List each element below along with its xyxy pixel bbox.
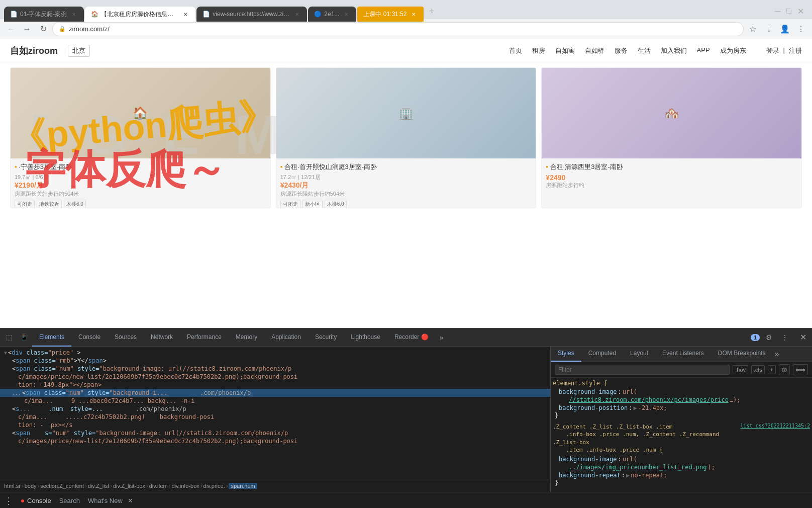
minimize-btn[interactable]: ─ <box>775 7 780 16</box>
nav-ziruyi[interactable]: 自如驿 <box>585 46 604 55</box>
property-price-1: ¥2190/月 <box>15 181 266 190</box>
bottom-dots-menu[interactable]: ⋮ <box>4 495 13 506</box>
styles-tab-layout[interactable]: Layout <box>623 347 655 362</box>
devtools-inspect-icon[interactable]: ⬚ <box>2 333 16 341</box>
styles-tabs: Styles Computed Layout Event Listeners D… <box>551 347 812 362</box>
tab-1-close[interactable]: ✕ <box>70 10 78 18</box>
devtools-tab-security[interactable]: Security <box>308 328 344 347</box>
copy-style-btn[interactable]: ⊕ <box>779 364 790 375</box>
breadcrumb-section[interactable]: section.Z_content <box>40 483 84 489</box>
styles-tab-styles[interactable]: Styles <box>551 347 581 362</box>
breadcrumb-html[interactable]: html.sr <box>4 483 21 489</box>
devtools-tab-performance[interactable]: Performance <box>180 328 229 347</box>
devtools-settings-btn[interactable]: ⚙ <box>762 330 776 345</box>
bookmark-button[interactable]: ☆ <box>746 22 760 36</box>
devtools-tab-console[interactable]: Console <box>71 328 108 347</box>
nav-rent[interactable]: 租房 <box>532 46 545 55</box>
bottom-tab-whatsnew[interactable]: What's New ✕ <box>88 497 133 504</box>
breadcrumb-div-list[interactable]: div.Z_list <box>88 483 110 489</box>
devtools-tab-recorder[interactable]: Recorder 🔴 <box>387 328 436 347</box>
whatsnew-close[interactable]: ✕ <box>128 497 133 504</box>
tab-3-close[interactable]: ✕ <box>293 10 301 18</box>
breadcrumb-div-price[interactable]: div.price. <box>204 483 225 489</box>
tab-3[interactable]: 📄 view-source:https://www.ziroo... ✕ <box>196 7 307 22</box>
timer-close[interactable]: ✕ <box>410 10 418 18</box>
devtools-more-tabs[interactable]: » <box>436 333 448 342</box>
styles-panel: Styles Computed Layout Event Listeners D… <box>551 347 812 492</box>
devtools-device-icon[interactable]: 📱 <box>16 333 32 341</box>
nav-home[interactable]: 首页 <box>509 46 522 55</box>
extensions-button[interactable]: ⋮ <box>794 22 808 36</box>
nav-life[interactable]: 生活 <box>638 46 651 55</box>
property-card-3[interactable]: 🏘️ ▪ 合租·清源西里3居室-南卧 ¥2490 房源距站步行约 <box>541 67 802 208</box>
property-card-2[interactable]: 🏢 ▪ 合租·首开照悦山润庭3居室-南卧 17.2㎡ | 12/21居 ¥243… <box>276 67 537 208</box>
lock-icon: 🔒 <box>59 26 66 32</box>
new-tab-button[interactable]: + <box>425 4 439 18</box>
download-button[interactable]: ↓ <box>762 22 776 36</box>
styles-more-tabs[interactable]: » <box>773 347 781 362</box>
timer-tab[interactable]: 上课中 01:31:52 ✕ <box>357 7 424 22</box>
expand-bg-pos[interactable]: ▶ <box>634 404 637 411</box>
tab-4-close[interactable]: ✕ <box>342 10 350 18</box>
devtools-tab-sources[interactable]: Sources <box>108 328 144 347</box>
devtools-tab-lighthouse[interactable]: Lighthouse <box>344 328 387 347</box>
tab-1[interactable]: 📄 01-字体反爬-案例 ✕ <box>4 7 84 22</box>
nav-landlord[interactable]: 成为房东 <box>720 46 746 55</box>
bottom-tab-console[interactable]: Console <box>21 497 51 504</box>
html-line-3: <span class="num" style="background-imag… <box>0 365 550 373</box>
devtools-badge: 1 <box>751 334 760 341</box>
styles-tab-eventlisteners[interactable]: Event Listeners <box>655 347 711 362</box>
login-link[interactable]: 登录 <box>766 46 779 55</box>
breadcrumb-body[interactable]: body <box>25 483 37 489</box>
city-selector[interactable]: 北京 <box>68 45 90 57</box>
html-line-4: c/images/price/new-list/2e120609b7f35a9e… <box>0 373 550 381</box>
nav-ziruyu[interactable]: 自如寓 <box>555 46 575 55</box>
style-file-link[interactable]: list.css?202212211345:2 <box>741 423 810 429</box>
breadcrumb-bar: html.sr › body › section.Z_content › div… <box>0 479 550 492</box>
profile-button[interactable]: 👤 <box>778 22 792 36</box>
add-style-btn[interactable]: + <box>768 365 776 374</box>
breadcrumb-div-infobox[interactable]: div.info-box <box>171 483 199 489</box>
nav-join[interactable]: 加入我们 <box>661 46 687 55</box>
register-link[interactable]: 注册 <box>789 46 802 55</box>
devtools-body: ▼ <div class="price" > <span class="rmb"… <box>0 347 812 492</box>
html-line-7: c/ima... 9 ...ebec0c72c4b7... backg... -… <box>0 397 550 405</box>
close-window-btn[interactable]: ✕ <box>797 7 804 16</box>
nav-app[interactable]: APP <box>697 46 710 55</box>
style-block-2: background-image : url( ../images/img_pr… <box>553 455 810 479</box>
collapse-1[interactable]: ▼ <box>4 350 7 356</box>
devtools-more-btn[interactable]: ⋮ <box>778 330 792 345</box>
devtools-close-btn[interactable]: ✕ <box>796 330 810 345</box>
back-button[interactable]: ← <box>4 22 18 36</box>
expand-style-btn[interactable]: ⟺ <box>793 364 808 375</box>
address-bar[interactable]: 🔒 ziroom.com/z/ <box>52 22 744 36</box>
collapse-6[interactable]: ... <box>12 390 21 396</box>
tab-4[interactable]: 🔵 2e1... ✕ <box>308 7 356 22</box>
breadcrumb-div-item[interactable]: div.item <box>149 483 168 489</box>
nav-service[interactable]: 服务 <box>615 46 628 55</box>
style-block-1: background-image : url( //static8.ziroom… <box>553 388 810 412</box>
breadcrumb-span-num[interactable]: span.num <box>229 483 257 489</box>
expand-bg-repeat[interactable]: ▶ <box>626 472 630 479</box>
styles-tab-dombreakpoints[interactable]: DOM Breakpoints <box>711 347 773 362</box>
devtools-tab-elements[interactable]: Elements <box>32 328 71 347</box>
tab-2[interactable]: 🏠 【北京租房房源价格信息】-北京... ✕ <box>85 7 195 22</box>
devtools-tab-memory[interactable]: Memory <box>229 328 264 347</box>
website-area: 自如ziroom 北京 首页 租房 自如寓 自如驿 服务 生活 加入我们 APP… <box>0 39 812 328</box>
refresh-button[interactable]: ↻ <box>36 22 50 36</box>
styles-tab-computed[interactable]: Computed <box>581 347 623 362</box>
bg-image-link[interactable]: //static8.ziroom.com/phoenix/pc/images/p… <box>569 396 729 403</box>
devtools-tab-application[interactable]: Application <box>264 328 308 347</box>
tab-2-close[interactable]: ✕ <box>181 10 189 18</box>
maximize-btn[interactable]: □ <box>786 7 791 16</box>
breadcrumb-div-listbox[interactable]: div.Z_list-box <box>113 483 145 489</box>
html-content[interactable]: ▼ <div class="price" > <span class="rmb"… <box>0 347 550 479</box>
bg-image-link-2[interactable]: ../images/img_pricenumber_list_red.png <box>569 464 707 471</box>
cls-filter-btn[interactable]: .cls <box>751 365 765 374</box>
forward-button[interactable]: → <box>20 22 34 36</box>
property-card-1[interactable]: 🏠 ▪ ·宁善步3居室-南卧 19.7㎡ | 6/6居 ¥2190/月 房源距长… <box>10 67 271 208</box>
styles-filter-input[interactable] <box>555 365 730 375</box>
bottom-tab-search[interactable]: Search <box>59 497 80 504</box>
devtools-tab-network[interactable]: Network <box>144 328 180 347</box>
hover-filter-btn[interactable]: :hov <box>733 365 748 374</box>
